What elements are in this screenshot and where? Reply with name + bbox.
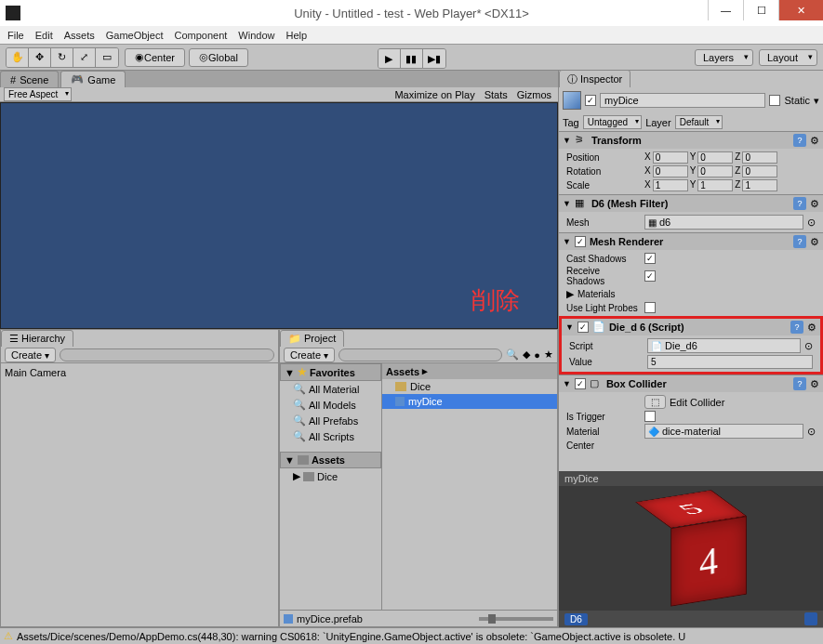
value-field[interactable]: 5 <box>647 355 813 369</box>
fav-scripts[interactable]: 🔍All Scripts <box>280 428 381 444</box>
menu-gameobject[interactable]: GameObject <box>106 30 164 41</box>
object-picker-icon[interactable]: ⊙ <box>807 217 816 229</box>
menu-assets[interactable]: Assets <box>64 30 95 41</box>
active-checkbox[interactable]: ✓ <box>585 95 596 106</box>
filter-type-icon[interactable]: ◆ <box>523 348 530 361</box>
stats-toggle[interactable]: Stats <box>482 89 511 100</box>
hand-tool[interactable]: ✋ <box>7 48 29 67</box>
hierarchy-create[interactable]: Create ▾ <box>5 348 56 362</box>
gear-icon[interactable]: ⚙ <box>810 378 819 390</box>
scale-y[interactable] <box>697 179 733 191</box>
project-tab[interactable]: 📁 Project <box>280 330 344 348</box>
assetbundle-icon[interactable] <box>804 612 817 625</box>
materials-foldout[interactable]: ▶ <box>566 288 574 300</box>
boxcollider-foldout[interactable]: ▼ <box>563 379 571 388</box>
pos-z[interactable] <box>742 151 777 164</box>
maximize-toggle[interactable]: Maximize on Play <box>392 89 477 100</box>
tag-dropdown[interactable]: Untagged <box>583 115 642 129</box>
game-viewport[interactable]: 削除 <box>0 102 558 329</box>
hierarchy-tab[interactable]: ☰ Hierarchy <box>1 330 73 348</box>
thumbnail-size-slider[interactable] <box>479 617 553 621</box>
preview-viewport[interactable]: 5 4 1 <box>559 486 823 611</box>
static-dropdown-icon[interactable]: ▾ <box>814 95 819 107</box>
edit-collider-button[interactable]: ⬚ <box>644 395 666 409</box>
light-probes-checkbox[interactable] <box>644 302 656 313</box>
aspect-dropdown[interactable]: Free Aspect <box>4 87 72 101</box>
tab-game[interactable]: 🎮 Game <box>60 71 126 87</box>
status-bar[interactable]: ⚠ Assets/Dice/scenes/Demo/AppDemo.cs(448… <box>0 627 823 644</box>
hierarchy-list[interactable]: Main Camera <box>1 363 278 626</box>
object-picker-icon[interactable]: ⊙ <box>807 426 816 438</box>
scale-tool[interactable]: ⤢ <box>73 48 96 67</box>
cast-shadows-checkbox[interactable]: ✓ <box>644 253 656 264</box>
asset-mydice[interactable]: myDice <box>382 394 557 409</box>
rot-x[interactable] <box>653 165 688 177</box>
gear-icon[interactable]: ⚙ <box>807 322 816 334</box>
filter-label-icon[interactable]: ● <box>534 349 540 361</box>
assets-tree-header[interactable]: ▼Assets <box>280 452 381 468</box>
menu-component[interactable]: Component <box>174 30 227 41</box>
search-filter-icon[interactable]: 🔍 <box>506 348 519 361</box>
close-button[interactable]: ✕ <box>778 0 823 20</box>
breadcrumb[interactable]: Assets ▸ <box>382 363 557 379</box>
layout-dropdown[interactable]: Layout <box>759 49 817 66</box>
help-icon[interactable]: ? <box>793 134 806 147</box>
scale-z[interactable] <box>742 179 777 191</box>
pos-y[interactable] <box>697 151 733 164</box>
project-tree[interactable]: ▼★Favorites 🔍All Material 🔍All Models 🔍A… <box>280 363 382 610</box>
asset-dice-folder[interactable]: Dice <box>382 379 557 394</box>
pivot-center-toggle[interactable]: ◉ Center <box>125 48 185 67</box>
move-tool[interactable]: ✥ <box>29 48 51 67</box>
script-field[interactable]: 📄 Die_d6 <box>647 338 801 353</box>
static-checkbox[interactable] <box>769 95 780 106</box>
pivot-global-toggle[interactable]: ◎ Global <box>189 48 248 67</box>
gear-icon[interactable]: ⚙ <box>810 236 819 248</box>
layers-dropdown[interactable]: Layers <box>695 49 753 66</box>
script-foldout[interactable]: ▼ <box>565 322 574 332</box>
scale-x[interactable] <box>653 179 688 191</box>
rot-y[interactable] <box>697 165 733 177</box>
help-icon[interactable]: ? <box>793 235 806 248</box>
object-name-field[interactable] <box>600 93 765 108</box>
minimize-button[interactable]: — <box>708 0 743 20</box>
is-trigger-checkbox[interactable] <box>644 411 656 422</box>
project-create[interactable]: Create ▾ <box>284 348 335 362</box>
meshfilter-foldout[interactable]: ▼ <box>563 199 571 208</box>
rot-z[interactable] <box>742 165 777 177</box>
object-picker-icon[interactable]: ⊙ <box>804 340 813 352</box>
hierarchy-search[interactable] <box>60 348 274 361</box>
fav-models[interactable]: 🔍All Models <box>280 397 381 413</box>
maximize-button[interactable]: ☐ <box>743 0 778 20</box>
inspector-tab[interactable]: ⓘ Inspector <box>559 70 631 89</box>
help-icon[interactable]: ? <box>793 377 806 390</box>
play-button[interactable]: ▶ <box>378 49 401 68</box>
help-icon[interactable]: ? <box>793 197 806 210</box>
save-search-icon[interactable]: ★ <box>544 348 553 361</box>
menu-file[interactable]: File <box>7 30 24 41</box>
gear-icon[interactable]: ⚙ <box>810 135 819 147</box>
project-search[interactable] <box>338 348 503 361</box>
step-button[interactable]: ▶▮ <box>423 49 445 68</box>
tab-scene[interactable]: # Scene <box>0 71 59 87</box>
assets-tree-dice[interactable]: ▶Dice <box>280 468 381 484</box>
layer-dropdown[interactable]: Default <box>675 115 723 129</box>
fav-materials[interactable]: 🔍All Material <box>280 381 381 397</box>
receive-shadows-checkbox[interactable]: ✓ <box>644 270 656 282</box>
help-icon[interactable]: ? <box>790 321 803 334</box>
menu-help[interactable]: Help <box>285 30 307 41</box>
project-content[interactable]: Assets ▸ Dice myDice <box>382 363 557 610</box>
rotate-tool[interactable]: ↻ <box>51 48 73 67</box>
rect-tool[interactable]: ▭ <box>96 48 118 67</box>
hierarchy-item[interactable]: Main Camera <box>5 367 274 378</box>
meshrenderer-enable[interactable]: ✓ <box>575 236 586 247</box>
favorites-header[interactable]: ▼★Favorites <box>280 363 381 381</box>
pause-button[interactable]: ▮▮ <box>401 49 423 68</box>
boxcollider-enable[interactable]: ✓ <box>575 378 586 389</box>
menu-window[interactable]: Window <box>238 30 274 41</box>
gizmos-toggle[interactable]: Gizmos <box>514 89 554 100</box>
fav-prefabs[interactable]: 🔍All Prefabs <box>280 413 381 428</box>
meshrenderer-foldout[interactable]: ▼ <box>563 237 571 246</box>
physmat-field[interactable]: 🔷 dice-material <box>644 424 803 439</box>
menu-edit[interactable]: Edit <box>35 30 53 41</box>
mesh-field[interactable]: ▦ d6 <box>644 215 803 230</box>
